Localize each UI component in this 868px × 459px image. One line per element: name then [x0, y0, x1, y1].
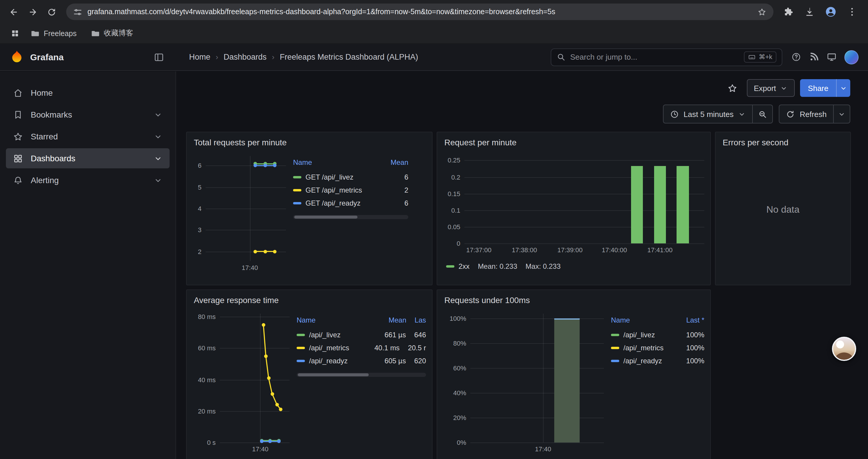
legend-series-key[interactable]: GET /api/_livez	[293, 173, 396, 182]
x-tick-label: 17:40	[252, 446, 268, 453]
extensions-icon	[783, 6, 794, 17]
search-input[interactable]: Search or jump to... ⌘+k	[551, 48, 782, 66]
panel-title[interactable]: Errors per second	[721, 136, 844, 149]
url-text[interactable]: grafana.mathmast.com/d/deytv4rwavabkb/fr…	[88, 8, 752, 16]
help-icon[interactable]	[791, 52, 801, 62]
legend-column-header[interactable]: Las	[414, 316, 426, 324]
chevron-down-icon[interactable]	[154, 154, 162, 163]
forward-button[interactable]	[24, 3, 41, 21]
time-range-picker[interactable]: Last 5 minutes	[663, 104, 753, 124]
export-label: Export	[754, 84, 776, 93]
breadcrumb-dashboards[interactable]: Dashboards	[224, 53, 267, 61]
legend-column-header[interactable]: Last *	[686, 316, 704, 324]
user-avatar[interactable]	[844, 50, 859, 64]
y-tick-label: 5	[198, 184, 202, 191]
site-info-icon[interactable]	[73, 7, 82, 16]
search-icon	[557, 53, 565, 61]
panel-request-per-minute: Request per minute 0.250.20.150.10.05017…	[437, 132, 711, 285]
brand-name[interactable]: Grafana	[30, 52, 64, 62]
back-button[interactable]	[5, 3, 23, 21]
back-icon	[8, 7, 19, 17]
scrollbar-thumb[interactable]	[298, 373, 369, 376]
legend-row[interactable]: /api/_metrics100%	[611, 341, 704, 355]
legend-row[interactable]: /api/_readyz100%	[611, 355, 704, 367]
share-menu-button[interactable]	[836, 79, 850, 97]
y-axis-labels: 0.250.20.150.10.050	[443, 155, 464, 243]
legend-series-key[interactable]: /api/_livez	[611, 331, 678, 339]
sidebar-item-home[interactable]: Home	[6, 83, 169, 103]
x-axis-labels: 17:37:0017:38:0017:39:0017:40:0017:41:00	[464, 243, 704, 255]
legend-series-key[interactable]: GET /api/_metrics	[293, 186, 396, 194]
export-button[interactable]: Export	[747, 79, 795, 97]
refresh-interval-button[interactable]	[834, 104, 850, 124]
legend-scrollbar[interactable]	[297, 373, 426, 377]
news-icon[interactable]	[809, 52, 819, 62]
legend-table: NameMeanGET /api/_livez6GET /api/_metric…	[293, 157, 426, 219]
legend-column-header[interactable]: Name	[293, 158, 382, 167]
panel-title[interactable]: Average response time	[193, 294, 426, 306]
sidebar-item-bookmarks[interactable]: Bookmarks	[6, 104, 169, 125]
legend-series-key[interactable]: /api/_livez	[297, 331, 376, 339]
legend-row[interactable]: GET /api/_metrics2	[293, 184, 408, 197]
legend-series-key[interactable]: /api/_metrics	[297, 344, 366, 352]
monitor-icon[interactable]	[827, 52, 837, 62]
legend-row[interactable]: /api/_livez100%	[611, 328, 704, 341]
sidebar-item-dashboards[interactable]: Dashboards	[6, 148, 169, 168]
legend-series-key[interactable]: GET /api/_readyz	[293, 199, 396, 207]
panel-title[interactable]: Requests under 100ms	[443, 294, 704, 306]
grafana-header: Grafana Home › Dashboards › Freeleaps Me…	[0, 44, 868, 71]
x-tick-label: 17:40	[535, 446, 551, 453]
apps-shortcut-button[interactable]	[7, 26, 23, 41]
legend-scrollbar[interactable]	[293, 215, 408, 219]
breadcrumb-home[interactable]: Home	[189, 53, 210, 61]
share-button[interactable]: Share	[800, 79, 836, 97]
refresh-button[interactable]: Refresh	[779, 104, 834, 124]
sidebar-item-starred[interactable]: Starred	[6, 126, 169, 146]
panel-title[interactable]: Request per minute	[443, 136, 704, 149]
legend-row[interactable]: GET /api/_readyz6	[293, 197, 408, 210]
favorite-dashboard-button[interactable]	[723, 79, 741, 97]
chevron-down-icon[interactable]	[154, 132, 162, 141]
chevron-down-icon	[780, 84, 788, 92]
browser-menu-button[interactable]	[843, 3, 861, 21]
legend-column-header[interactable]: Mean	[391, 158, 408, 167]
grafana-logo-icon[interactable]	[9, 50, 24, 64]
series-name[interactable]: 2xx	[459, 262, 469, 270]
time-zoom-out-button[interactable]	[753, 104, 773, 124]
sidebar-item-alerting[interactable]: Alerting	[6, 170, 169, 190]
legend-row[interactable]: /api/_livez661 µs646	[297, 328, 426, 341]
legend-column-header[interactable]: Mean	[389, 316, 406, 324]
chevron-down-icon[interactable]	[154, 176, 162, 185]
scrollbar-thumb[interactable]	[294, 216, 358, 219]
legend-series-key[interactable]: /api/_readyz	[297, 357, 376, 365]
legend-column-header[interactable]: Name	[611, 316, 678, 324]
legend-row[interactable]: /api/_readyz605 µs620	[297, 355, 426, 367]
panel-average-response-time: Average response time 80 ms60 ms40 ms20 …	[186, 290, 433, 459]
profile-button[interactable]	[822, 3, 840, 21]
legend-value: 605 µs	[384, 357, 406, 365]
series-name: /api/_readyz	[309, 357, 348, 365]
legend-series-key[interactable]: /api/_metrics	[611, 344, 678, 352]
bookmark-folder-freeleaps[interactable]: Freeleaps	[25, 27, 83, 40]
legend-series-key[interactable]: /api/_readyz	[611, 357, 678, 365]
series-name: GET /api/_metrics	[306, 186, 362, 194]
sidebar-toggle-button[interactable]	[151, 49, 167, 65]
y-tick-label: 6	[198, 162, 202, 169]
legend-column-header[interactable]: Name	[297, 316, 380, 324]
reload-button[interactable]	[42, 3, 60, 21]
y-tick-label: 80%	[453, 340, 466, 347]
url-bar[interactable]: grafana.mathmast.com/d/deytv4rwavabkb/fr…	[66, 4, 773, 20]
series-mean: Mean: 0.233	[478, 262, 517, 270]
legend-row[interactable]: GET /api/_livez6	[293, 171, 408, 184]
legend-row[interactable]: /api/_metrics40.1 ms20.5 r	[297, 341, 426, 355]
bookmark-star-icon[interactable]	[757, 7, 766, 16]
legend-value: 2	[404, 186, 408, 194]
legend[interactable]: 2xx Mean: 0.233 Max: 0.233	[443, 262, 704, 270]
chevron-down-icon[interactable]	[154, 110, 162, 119]
extensions-button[interactable]	[779, 3, 797, 21]
panel-title[interactable]: Total requests per minute	[193, 136, 426, 149]
y-tick-label: 3	[198, 227, 202, 234]
bookmark-folder-blogs[interactable]: 收藏博客	[85, 26, 139, 41]
assistant-avatar[interactable]	[832, 337, 856, 361]
downloads-button[interactable]	[801, 3, 818, 21]
